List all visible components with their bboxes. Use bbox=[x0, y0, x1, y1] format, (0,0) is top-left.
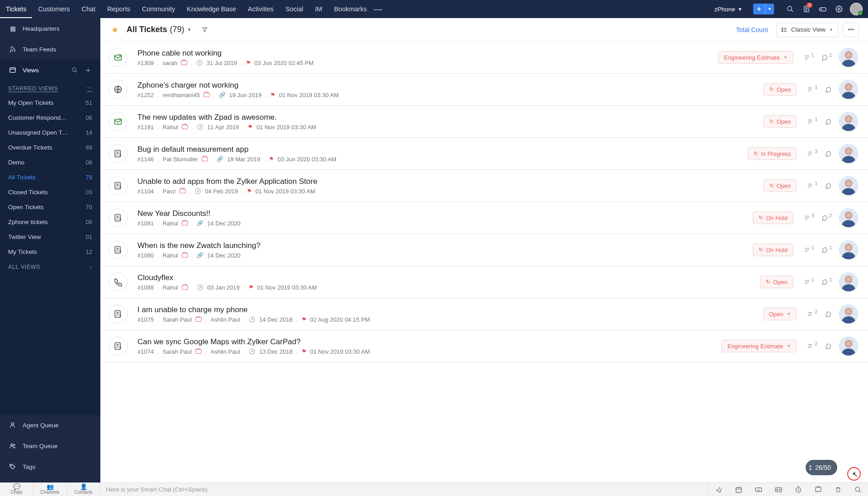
bottom-icon-id[interactable] bbox=[769, 483, 788, 496]
assignee-avatar[interactable] bbox=[839, 80, 858, 99]
status-button[interactable]: ↻On Hold bbox=[753, 211, 793, 224]
assignee-avatar[interactable] bbox=[839, 144, 858, 163]
thread-count[interactable]: 1 bbox=[803, 279, 814, 285]
nav-more-icon[interactable]: — bbox=[373, 0, 383, 18]
ticket-row[interactable]: When is the new Zwatch launching?#1090.R… bbox=[100, 234, 868, 266]
thread-count[interactable]: 1 bbox=[807, 182, 817, 189]
assignee-avatar[interactable] bbox=[839, 240, 858, 259]
ticket-row[interactable]: The new updates with Zpad is awesome.#11… bbox=[100, 106, 868, 138]
view-item[interactable]: Demo08 bbox=[0, 155, 100, 170]
org-selector[interactable]: zPhone ▼ bbox=[714, 6, 742, 13]
gamepad-icon[interactable] bbox=[815, 0, 831, 18]
nav-tab-chat[interactable]: Chat bbox=[76, 0, 102, 18]
bottom-icon-delete[interactable] bbox=[828, 483, 848, 496]
comment-count[interactable] bbox=[825, 118, 832, 125]
assignee-avatar[interactable] bbox=[839, 208, 858, 227]
sidebar-item-teamfeeds[interactable]: Team Feeds bbox=[0, 39, 100, 60]
view-item[interactable]: Overdue Tickets69 bbox=[0, 140, 100, 155]
view-item[interactable]: Zphone tickets08 bbox=[0, 215, 100, 229]
total-count-link[interactable]: Total Count bbox=[736, 26, 768, 33]
ticket-row[interactable]: Zphone's charger not working#1252.renith… bbox=[100, 74, 868, 106]
assignee-avatar[interactable] bbox=[839, 48, 858, 67]
thread-count[interactable]: 3 bbox=[803, 215, 814, 221]
status-button[interactable]: ↻Open bbox=[760, 276, 793, 288]
assignee-avatar[interactable] bbox=[839, 176, 858, 195]
ticket-row[interactable]: Phone cable not working#1309.sarah .🕒31 … bbox=[100, 42, 868, 74]
bottom-icon-timer[interactable] bbox=[788, 483, 808, 496]
thread-count[interactable]: 1 bbox=[803, 54, 814, 61]
view-item[interactable]: Unassigned Open T…14 bbox=[0, 125, 100, 140]
notifications-icon[interactable]: 3 bbox=[798, 0, 815, 18]
add-button[interactable]: + ▼ bbox=[753, 4, 774, 14]
status-button[interactable]: ↻On Hold bbox=[753, 243, 793, 256]
filter-icon[interactable] bbox=[202, 27, 208, 33]
add-view-icon[interactable]: ＋ bbox=[84, 65, 92, 75]
comment-count[interactable] bbox=[825, 343, 832, 350]
ticket-row[interactable]: I am unable to charge my phone#1075.Sara… bbox=[100, 298, 868, 330]
thread-count[interactable]: 1 bbox=[807, 118, 817, 125]
ticket-row[interactable]: New Year Discounts!!#1091.Rahul .🔗14 Dec… bbox=[100, 202, 868, 234]
bottombar-tab-channels[interactable]: 👥Channels bbox=[33, 483, 67, 496]
assignee-avatar[interactable] bbox=[839, 272, 858, 291]
search-icon[interactable] bbox=[782, 0, 798, 18]
sidebar-item-tags[interactable]: Tags bbox=[0, 456, 100, 477]
nav-tab-tickets[interactable]: Tickets bbox=[0, 0, 32, 18]
ticket-row[interactable]: Can we sync Google Maps with Zylker CarP… bbox=[100, 330, 868, 362]
search-views-icon[interactable] bbox=[71, 67, 78, 73]
comment-count[interactable] bbox=[825, 150, 832, 157]
sidebar-item-headquarters[interactable]: ▦ Headquarters bbox=[0, 18, 100, 39]
user-avatar[interactable] bbox=[850, 3, 863, 15]
comment-count[interactable] bbox=[825, 86, 832, 93]
thread-count[interactable]: 2 bbox=[807, 311, 817, 317]
gear-icon[interactable] bbox=[831, 0, 847, 18]
status-button[interactable]: Engineering Estimate▼ bbox=[718, 51, 793, 64]
bottombar-tab-contacts[interactable]: 👤Contacts bbox=[67, 483, 100, 496]
comment-count[interactable]: 1 bbox=[821, 279, 832, 285]
view-title-drop[interactable]: ▼ bbox=[187, 27, 192, 32]
nav-tab-reports[interactable]: Reports bbox=[101, 0, 136, 18]
add-drop-icon[interactable]: ▼ bbox=[765, 4, 774, 14]
assignee-avatar[interactable] bbox=[839, 304, 858, 323]
ticket-row[interactable]: Unable to add apps from the Zylker Appli… bbox=[100, 170, 868, 202]
view-mode-selector[interactable]: Classic View ▼ bbox=[776, 23, 838, 37]
view-item[interactable]: Customer Respond…06 bbox=[0, 110, 100, 125]
status-button[interactable]: Engineering Estimate▼ bbox=[722, 340, 797, 352]
comment-count[interactable] bbox=[825, 182, 832, 189]
thread-count[interactable]: 3 bbox=[807, 150, 817, 157]
star-icon[interactable]: ★ bbox=[111, 25, 118, 35]
thread-count[interactable]: 2 bbox=[807, 343, 817, 349]
status-button[interactable]: ↻In Progress bbox=[748, 147, 797, 160]
all-views-header[interactable]: ALL VIEWS › bbox=[0, 259, 100, 274]
nav-tab-activities[interactable]: Activities bbox=[242, 0, 279, 18]
view-item[interactable]: Twitter View01 bbox=[0, 229, 100, 244]
status-button[interactable]: ↻Open bbox=[764, 115, 797, 128]
nav-tab-customers[interactable]: Customers bbox=[32, 0, 75, 18]
thread-count[interactable]: 1 bbox=[803, 247, 814, 253]
sidebar-item-views[interactable]: Views ＋ bbox=[0, 60, 100, 80]
status-button[interactable]: ↻Open bbox=[764, 83, 797, 96]
pager[interactable]: ▲▼ 26/50 bbox=[806, 460, 837, 475]
comment-count[interactable]: 1 bbox=[821, 247, 832, 253]
status-button[interactable]: Open▼ bbox=[763, 308, 797, 320]
comment-count[interactable]: 1 bbox=[821, 54, 832, 61]
bottom-icon-attach[interactable] bbox=[808, 483, 828, 496]
thread-count[interactable]: 1 bbox=[807, 86, 817, 93]
more-menu-button[interactable]: ••• bbox=[843, 23, 859, 37]
view-item[interactable]: All Tickets79 bbox=[0, 170, 100, 185]
status-button[interactable]: ↻Open bbox=[764, 179, 797, 192]
bottom-icon-search[interactable] bbox=[848, 483, 868, 496]
nav-tab-community[interactable]: Community bbox=[136, 0, 181, 18]
sidebar-item-team-queue[interactable]: Team Queue bbox=[0, 435, 100, 456]
nav-tab-im[interactable]: IM bbox=[309, 0, 328, 18]
nav-tab-social[interactable]: Social bbox=[279, 0, 309, 18]
view-item[interactable]: Closed Tickets03 bbox=[0, 185, 100, 200]
bottom-icon-calendar[interactable] bbox=[729, 483, 749, 496]
assignee-avatar[interactable] bbox=[839, 112, 858, 131]
view-item[interactable]: My Tickets12 bbox=[0, 244, 100, 259]
bottom-icon-keyboard[interactable] bbox=[749, 483, 769, 496]
sidebar-item-agent-queue[interactable]: Agent Queue bbox=[0, 415, 100, 435]
starred-views-header[interactable]: STARRED VIEWS ﹀ bbox=[0, 80, 100, 95]
bottom-icon-1[interactable] bbox=[709, 483, 729, 496]
nav-tab-knowledge-base[interactable]: Knowledge Base bbox=[181, 0, 242, 18]
ticket-row[interactable]: Cloudyflex#1088.Rahul .🕒03 Jan 2019.⚑01 … bbox=[100, 266, 868, 298]
